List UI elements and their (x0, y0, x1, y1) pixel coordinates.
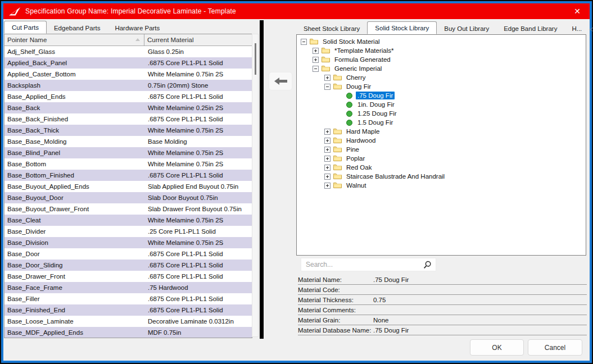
parts-tab[interactable]: Hardware Parts (107, 22, 167, 34)
tree-item[interactable]: Hardwood (297, 136, 586, 145)
folder-icon (333, 74, 342, 81)
table-row[interactable]: Base_Door_Sliding .6875 Core PL1-PL1 Sol… (4, 260, 252, 271)
table-row[interactable]: Base_Door .6875 Core PL1-PL1 Solid (4, 248, 252, 260)
close-icon[interactable]: ✕ (571, 6, 584, 16)
expander-icon[interactable] (324, 75, 331, 81)
table-row[interactable]: Base_Division White Melamine 0.75in 2S (4, 237, 252, 248)
table-row[interactable]: Base_Back_Finished .6875 Core PL1-PL1 So… (4, 113, 252, 125)
tree-item[interactable]: 1.25 Doug Fir (297, 109, 586, 118)
table-row[interactable]: Base_Buyout_Drawer_Front Slab Drawer Fro… (4, 203, 252, 215)
library-tab[interactable]: Buy Out Library (437, 22, 496, 34)
library-tab[interactable]: Sheet Stock Library (296, 22, 367, 34)
pointer-name-cell: Base_Loose_Laminate (4, 318, 144, 325)
expander-icon[interactable] (313, 66, 319, 72)
table-row[interactable]: Base_Finished_End .6875 Core PL1-PL1 Sol… (4, 304, 252, 316)
table-row[interactable]: Base_Loose_Laminate Decorative Laminate … (4, 316, 252, 327)
table-scrollbar[interactable] (252, 34, 259, 337)
table-row[interactable]: Base_Blind_Panel White Melamine 0.75in 2… (4, 147, 252, 158)
current-material-cell: White Melamine 0.75in 2S (144, 217, 252, 224)
pane-splitter[interactable] (260, 20, 264, 339)
expander-icon[interactable] (324, 147, 331, 153)
table-row[interactable]: Base_Filler .6875 Core PL1-PL1 Solid (4, 293, 252, 304)
pointer-name-cell: Base_Cleat (4, 217, 144, 224)
tree-item-label: Walnut (345, 181, 368, 189)
pointer-name-cell: Base_MDF_Applied_Ends (4, 329, 144, 336)
table-row[interactable]: Base_Drawer_Front .6875 Core PL1-PL1 Sol… (4, 271, 252, 282)
expander-icon[interactable] (301, 39, 307, 45)
material-dot-icon (346, 111, 352, 117)
expander-icon[interactable] (313, 57, 319, 63)
tree-item[interactable]: 1.5 Doug Fir (297, 118, 586, 127)
library-tab[interactable]: H... (564, 22, 589, 34)
tree-item[interactable]: Pine (297, 145, 586, 154)
library-tab[interactable]: Edge Band Library (496, 22, 564, 34)
tree-item[interactable]: Poplar (297, 154, 586, 163)
expander-icon[interactable] (324, 156, 331, 162)
assign-material-button[interactable] (269, 72, 292, 90)
table-scrollbar-thumb[interactable] (255, 43, 256, 75)
tree-item[interactable]: Staircase Balustrade And Handrail (297, 172, 586, 181)
table-row[interactable]: Base_Bottom_Finished .6875 Core PL1-PL1 … (4, 170, 252, 181)
current-material-cell: White Melamine 0.75in 2S (144, 149, 252, 156)
tree-item[interactable]: Walnut (297, 181, 586, 190)
tree-item[interactable]: Solid Stock Material (297, 37, 586, 46)
current-material-cell: Slab Drawer Front Buyout 0.75in (144, 206, 252, 212)
table-row[interactable]: Base_Bottom White Melamine 0.75in 2S (4, 158, 252, 170)
search-input[interactable] (301, 261, 423, 269)
pointer-name-cell: Base_Back (4, 104, 144, 111)
detail-row: Material Name: .75 Doug Fir (298, 275, 587, 285)
table-row[interactable]: Adj_Shelf_Glass Glass 0.25in (4, 46, 252, 57)
tree-item[interactable]: Red Oak (297, 163, 586, 172)
ok-button[interactable]: OK (470, 339, 524, 356)
table-row[interactable]: Base_Applied_Ends .6875 Core PL1-PL1 Sol… (4, 91, 252, 102)
pointer-name-cell: Base_Division (4, 239, 144, 246)
table-row[interactable]: Base_MDF_Applied_Ends MDF 0.75in (4, 327, 252, 338)
expander-icon[interactable] (313, 48, 319, 54)
column-header-current-material[interactable]: Current Material (144, 37, 252, 43)
folder-icon (333, 154, 342, 162)
table-row[interactable]: Base_Back White Melamine 0.25in 2S (4, 102, 252, 113)
table-row[interactable]: Base_Face_Frame .75 Hardwood (4, 282, 252, 293)
table-row[interactable]: Base_Divider .25 Core PL1-PL1 Solid (4, 226, 252, 237)
expander-icon[interactable] (324, 138, 331, 144)
library-tab-label: Sheet Stock Library (304, 25, 360, 32)
table-row[interactable]: Base_Buyout_Applied_Ends Slab Applied En… (4, 181, 252, 192)
table-row[interactable]: Base_Base_Molding Base Molding (4, 136, 252, 147)
tree-item[interactable]: Generic Imperial (297, 64, 586, 73)
search-icon[interactable] (423, 261, 432, 269)
parts-tab[interactable]: Cut Parts (4, 21, 47, 34)
table-row[interactable]: Applied_Caster_Bottom White Melamine 0.7… (4, 69, 252, 80)
current-material-cell: Slab Applied End Buyout 0.75in (144, 183, 252, 190)
pointer-name-cell: Base_Bottom_Finished (4, 172, 144, 179)
current-material-cell: .6875 Core PL1-PL1 Solid (144, 60, 252, 66)
table-row[interactable]: Base_Buyout_Door Slab Door Buyout 0.75in (4, 192, 252, 203)
expander-icon[interactable] (324, 165, 331, 171)
tab-scroll-left-icon[interactable]: ◁ (589, 26, 593, 32)
detail-label: Material Database Name: (298, 327, 373, 334)
table-row[interactable]: Base_Cleat White Melamine 0.75in 2S (4, 215, 252, 226)
pointer-material-table: Pointer Name Current Material Adj_Shelf_… (4, 34, 252, 338)
expander-icon[interactable] (324, 183, 331, 189)
tree-item[interactable]: *Template Materials* (297, 46, 586, 55)
column-header-pointer-name[interactable]: Pointer Name (4, 34, 144, 46)
tree-item[interactable]: Hard Maple (297, 127, 586, 136)
parts-tab[interactable]: Edgeband Parts (47, 22, 107, 34)
tree-item[interactable]: Doug Fir (297, 82, 586, 91)
detail-label: Material Grain: (298, 317, 373, 324)
library-tab[interactable]: Solid Stock Library (367, 21, 437, 34)
detail-row: Material Code: (298, 285, 587, 295)
library-tabs: Sheet Stock Library Solid Stock Library … (296, 21, 589, 34)
expander-icon[interactable] (324, 129, 331, 135)
table-row[interactable]: Applied_Back_Panel .6875 Core PL1-PL1 So… (4, 57, 252, 69)
parts-tab-label: Edgeband Parts (54, 25, 100, 31)
cancel-button[interactable]: Cancel (528, 339, 582, 356)
table-row[interactable]: Backsplash 0.75in (20mm) Stone (4, 80, 252, 91)
tree-item[interactable]: Formula Generated (297, 55, 586, 64)
tree-item[interactable]: 1in. Doug Fir (297, 100, 586, 109)
tree-item[interactable]: .75 Doug Fir (297, 91, 586, 100)
table-row[interactable]: Base_Back_Thick White Melamine 0.75in 2S (4, 125, 252, 136)
expander-icon[interactable] (324, 84, 331, 90)
expander-icon[interactable] (324, 174, 331, 180)
tree-item[interactable]: Cherry (297, 73, 586, 82)
current-material-cell: .6875 Core PL1-PL1 Solid (144, 116, 252, 122)
